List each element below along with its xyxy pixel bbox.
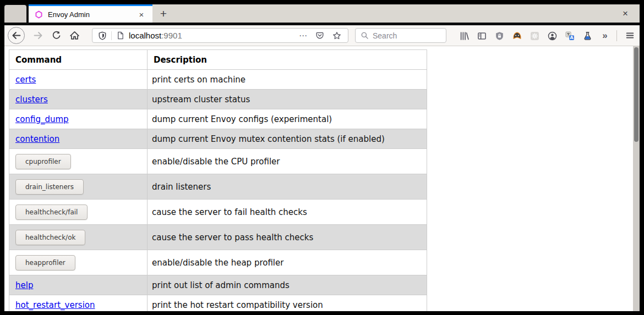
command-cell: cpuprofiler xyxy=(9,149,148,174)
table-row: hot_restart_versionprint the hot restart… xyxy=(9,295,427,312)
url-host: localhost xyxy=(129,31,161,40)
flask-extension-icon[interactable] xyxy=(581,29,594,42)
command-link[interactable]: contention xyxy=(15,134,59,144)
table-row: clustersupstream cluster status xyxy=(9,90,427,109)
navigation-toolbar: localhost:9901 ⋯ xyxy=(4,25,640,46)
table-row: contentiondump current Envoy mutex conte… xyxy=(9,129,427,149)
svg-text:A: A xyxy=(570,35,574,40)
shield-lock-extension-icon[interactable] xyxy=(493,29,506,42)
search-icon xyxy=(361,31,369,40)
new-tab-button[interactable]: + xyxy=(156,7,171,21)
description-cell: cause the server to fail health checks xyxy=(148,200,427,225)
description-cell: cause the server to pass health checks xyxy=(148,225,427,250)
back-button[interactable] xyxy=(8,27,25,44)
disabled-extension-icon[interactable] xyxy=(528,29,541,42)
tracking-protection-shield-icon[interactable] xyxy=(98,31,107,40)
privacy-badger-icon[interactable] xyxy=(510,29,523,42)
command-link[interactable]: config_dump xyxy=(15,114,69,124)
table-row: healthcheck/failcause the server to fail… xyxy=(9,200,427,225)
table-header-row: Command Description xyxy=(9,50,427,70)
description-cell: print certs on machine xyxy=(148,70,427,90)
command-cell: clusters xyxy=(9,90,148,109)
url-text: localhost:9901 xyxy=(129,31,182,40)
command-cell: healthcheck/fail xyxy=(9,200,148,225)
command-button[interactable]: drain_listeners xyxy=(15,179,84,195)
hamburger-menu-icon[interactable] xyxy=(622,27,637,44)
column-header-command: Command xyxy=(9,50,148,70)
tab-title: Envoy Admin xyxy=(48,10,135,19)
sidebar-icon[interactable] xyxy=(475,29,488,42)
home-button[interactable] xyxy=(66,27,83,44)
command-cell: healthcheck/ok xyxy=(9,225,148,250)
description-cell: enable/disable the CPU profiler xyxy=(148,149,427,174)
command-link[interactable]: clusters xyxy=(15,95,48,104)
titlebar-spacer xyxy=(4,5,26,23)
page-content: Command Description certsprint certs on … xyxy=(4,46,640,311)
command-link[interactable]: certs xyxy=(15,75,36,85)
tabbar-left-frame xyxy=(4,4,29,23)
table-row: config_dumpdump current Envoy configs (e… xyxy=(9,109,427,129)
command-link[interactable]: help xyxy=(15,280,33,290)
description-cell: dump current Envoy configs (experimental… xyxy=(148,109,427,129)
table-row: certsprint certs on machine xyxy=(9,70,427,90)
description-cell: print out list of admin commands xyxy=(148,275,427,295)
description-cell: print the hot restart compatibility vers… xyxy=(148,295,427,312)
page-actions-icon[interactable]: ⋯ xyxy=(299,31,307,40)
command-cell: heapprofiler xyxy=(9,250,148,275)
account-icon[interactable] xyxy=(545,29,559,42)
command-button[interactable]: cpuprofiler xyxy=(15,154,71,169)
command-button[interactable]: heapprofiler xyxy=(15,255,75,270)
table-row: drain_listenersdrain listeners xyxy=(9,174,427,200)
pocket-icon[interactable] xyxy=(315,31,324,40)
tab-bar: Envoy Admin × + × xyxy=(4,4,640,23)
tab-close-icon[interactable]: × xyxy=(135,8,148,20)
browser-window: Envoy Admin × + × localhost:9901 xyxy=(4,4,640,311)
description-cell: enable/disable the heap profiler xyxy=(148,250,427,275)
table-row: healthcheck/okcause the server to pass h… xyxy=(9,225,427,250)
command-cell: help xyxy=(9,275,148,295)
search-input[interactable] xyxy=(373,31,446,40)
scrollbar-track[interactable] xyxy=(633,46,640,311)
description-cell: upstream cluster status xyxy=(148,90,427,109)
forward-button[interactable] xyxy=(29,27,47,44)
search-box[interactable] xyxy=(355,28,446,43)
page-identity-icon[interactable] xyxy=(116,31,124,40)
library-icon[interactable] xyxy=(457,29,471,42)
toolbar-overflow-icon[interactable]: » xyxy=(598,29,612,42)
column-header-description: Description xyxy=(148,50,427,70)
description-cell: drain listeners xyxy=(148,174,427,200)
description-cell: dump current Envoy mutex contention stat… xyxy=(148,129,427,149)
command-link[interactable]: hot_restart_version xyxy=(15,300,95,310)
window-close-icon[interactable]: × xyxy=(618,6,633,21)
table-row: cpuprofilerenable/disable the CPU profil… xyxy=(9,149,427,174)
table-body: certsprint certs on machineclustersupstr… xyxy=(9,70,427,312)
toolbar-separator xyxy=(616,30,617,41)
scrollbar-thumb[interactable] xyxy=(634,47,638,142)
tab-envoy-admin[interactable]: Envoy Admin × xyxy=(29,4,152,23)
command-cell: config_dump xyxy=(9,109,148,129)
admin-commands-table: Command Description certsprint certs on … xyxy=(9,49,427,311)
bookmark-star-icon[interactable] xyxy=(332,31,341,40)
command-cell: hot_restart_version xyxy=(9,295,148,312)
translate-extension-icon[interactable]: A xyxy=(563,29,576,42)
table-row: heapprofilerenable/disable the heap prof… xyxy=(9,250,427,275)
url-port: :9901 xyxy=(161,31,182,40)
urlbar-separator xyxy=(111,31,112,40)
reload-button[interactable] xyxy=(47,27,65,44)
table-row: helpprint out list of admin commands xyxy=(9,275,427,295)
command-button[interactable]: healthcheck/ok xyxy=(15,230,85,245)
command-cell: certs xyxy=(9,70,148,90)
url-bar[interactable]: localhost:9901 ⋯ xyxy=(92,28,348,43)
command-cell: drain_listeners xyxy=(9,174,148,200)
command-button[interactable]: healthcheck/fail xyxy=(15,205,88,220)
envoy-favicon-icon xyxy=(35,10,43,19)
command-cell: contention xyxy=(9,129,148,149)
